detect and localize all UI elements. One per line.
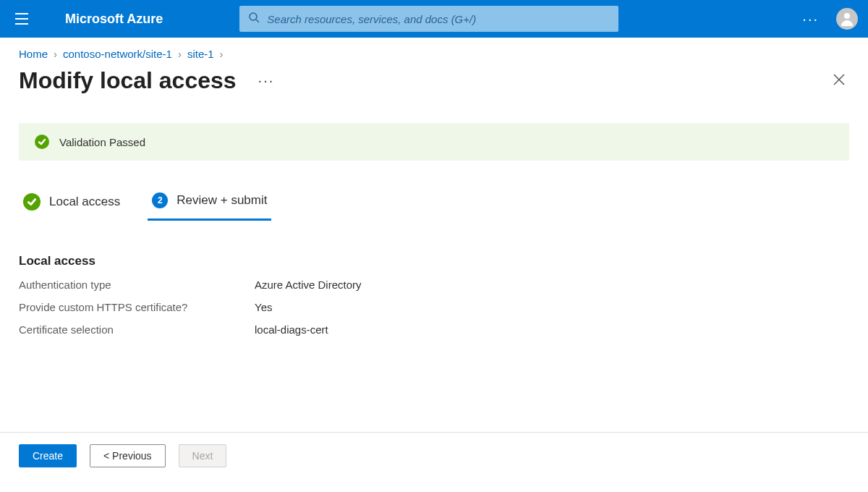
create-button[interactable]: Create — [19, 444, 77, 467]
summary-row: Certificate selection local-diags-cert — [19, 323, 849, 336]
summary-row-value: Azure Active Directory — [255, 279, 362, 291]
breadcrumb-network[interactable]: contoso-network/site-1 — [63, 48, 172, 60]
brand-label[interactable]: Microsoft Azure — [65, 12, 163, 27]
title-bar: Modify local access ··· — [0, 60, 868, 94]
close-icon[interactable] — [829, 68, 849, 93]
search-icon — [248, 12, 260, 26]
summary-row: Authentication type Azure Active Directo… — [19, 279, 849, 291]
chevron-right-icon: › — [220, 48, 224, 60]
breadcrumb: Home › contoso-network/site-1 › site-1 › — [0, 38, 868, 60]
chevron-right-icon: › — [178, 48, 182, 60]
next-button: Next — [179, 444, 227, 467]
summary-row-label: Authentication type — [19, 279, 255, 291]
user-avatar[interactable] — [836, 8, 858, 30]
svg-point-5 — [844, 13, 850, 19]
summary-row-value: Yes — [255, 301, 272, 313]
summary-row: Provide custom HTTPS certificate? Yes — [19, 301, 849, 313]
summary-row-value: local-diags-cert — [255, 323, 328, 336]
page-content: Validation Passed Local access 2 Review … — [0, 123, 868, 336]
breadcrumb-home[interactable]: Home — [19, 48, 48, 60]
check-circle-icon — [35, 135, 49, 149]
top-bar: Microsoft Azure ··· — [0, 0, 868, 38]
svg-line-4 — [256, 20, 259, 22]
breadcrumb-site[interactable]: site-1 — [187, 48, 214, 60]
validation-message: Validation Passed — [59, 136, 145, 148]
tab-local-access[interactable]: Local access — [19, 193, 124, 221]
page-title: Modify local access — [19, 67, 237, 94]
summary-row-label: Provide custom HTTPS certificate? — [19, 301, 255, 313]
tab-label: Local access — [49, 195, 120, 209]
wizard-footer: Create < Previous Next — [0, 432, 868, 467]
title-more-icon[interactable]: ··· — [258, 72, 275, 89]
menu-icon[interactable] — [7, 4, 36, 33]
tab-label: Review + submit — [176, 193, 267, 208]
tab-review-submit[interactable]: 2 Review + submit — [148, 192, 271, 221]
step-number-badge: 2 — [152, 192, 168, 208]
svg-point-3 — [250, 13, 257, 20]
global-search[interactable] — [239, 6, 618, 32]
check-circle-icon — [23, 193, 41, 211]
more-icon[interactable]: ··· — [795, 7, 826, 32]
section-title-local-access: Local access — [19, 254, 849, 268]
search-input[interactable] — [267, 13, 610, 25]
chevron-right-icon: › — [54, 48, 57, 60]
wizard-tabs: Local access 2 Review + submit — [19, 192, 849, 221]
validation-banner: Validation Passed — [19, 123, 849, 161]
previous-button[interactable]: < Previous — [90, 444, 166, 467]
summary-row-label: Certificate selection — [19, 323, 255, 336]
